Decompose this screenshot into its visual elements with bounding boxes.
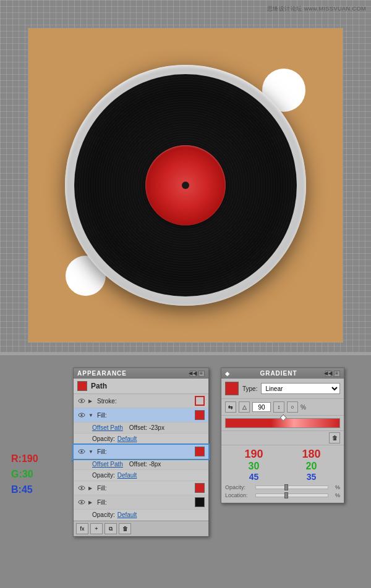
gradient-panel-controls: ◀◀ ≡ [325,371,340,377]
appearance-panel-header: APPEARANCE ◀◀ ≡ [74,368,208,379]
invert-btn[interactable]: ○ [287,401,298,413]
opacity-pct: % [331,484,340,490]
bottom-area: R:190 G:30 B:45 APPEARANCE ◀◀ ≡ Path ▶ S… [0,355,371,588]
svg-point-5 [81,451,83,453]
b-label: B:45 [11,484,33,495]
vinyl-label [145,145,226,225]
canvas-area: 思绛设计论坛 www.MISSVUAN.COM [0,0,371,352]
opacity-row-2: Opacity: Default [74,470,208,481]
location-slider-thumb[interactable] [284,492,288,498]
fill-arrow-2: ▼ [88,449,95,455]
gradient-angle-input[interactable] [252,402,271,412]
fill-swatch-2[interactable] [195,447,205,456]
gradient-options-btn[interactable]: △ [239,401,250,413]
fill-row-2[interactable]: ▼ Fill: [74,445,208,459]
fill-label-2[interactable]: Fill: [97,448,192,455]
panel-collapse-btn[interactable]: ◀◀ [190,371,196,377]
fill-eye-icon-1[interactable] [77,411,86,419]
fill-swatch-1[interactable] [195,410,205,420]
gradient-handle[interactable] [280,414,287,421]
opacity-label-2: Opacity: [92,472,115,479]
rgb-g-right: 20 [302,461,320,472]
fill-label-4[interactable]: Fill: [97,499,192,506]
stroke-label[interactable]: Stroke: [97,398,192,405]
gradient-menu-btn[interactable]: ≡ [334,371,340,377]
delete-button[interactable]: 🗑 [119,523,131,534]
stroke-row[interactable]: ▶ Stroke: [74,394,208,408]
gradient-title: GRADIENT [260,370,297,377]
fx-label: fx [80,526,84,532]
fill-eye-icon-2[interactable] [77,448,86,455]
opacity-label-3: Opacity: [92,511,115,518]
fill-row-1[interactable]: ▼ Fill: [74,408,208,422]
appearance-panel: APPEARANCE ◀◀ ≡ Path ▶ Stroke: ▼ [73,368,209,537]
gradient-trash-row: 🗑 [221,431,344,445]
rgb-g-left: 30 [244,461,263,472]
opacity-slider-thumb[interactable] [284,484,288,490]
opacity-value-1[interactable]: Default [117,435,137,442]
delete-stop-btn[interactable]: 🗑 [329,432,340,443]
fill-arrow-4: ▶ [88,500,95,505]
gradient-bar-container [221,416,344,431]
panel-toolbar: fx + ⧉ 🗑 [74,521,208,536]
fill-swatch-4[interactable] [195,497,205,507]
add-item-button[interactable]: + [90,523,103,534]
r-label: R:190 [11,453,38,464]
offset-value-1: Offset: -23px [129,424,164,431]
rgb-b-left: 45 [244,472,263,482]
vinyl-disc [74,74,297,296]
svg-point-1 [81,400,83,402]
opacity-label-1: Opacity: [92,435,115,442]
location-pct: % [331,492,340,498]
gradient-panel: ◆ GRADIENT ◀◀ ≡ Type: Linear ⇆ △ ↕ ○ % [221,368,344,503]
offset-value-2: Offset: -8px [129,461,161,468]
fill-eye-icon-3[interactable] [77,484,86,492]
location-slider-track[interactable] [255,494,328,497]
path-label: Path [91,382,107,390]
fill-row-4[interactable]: ▶ Fill: [74,495,208,510]
opacity-value-3[interactable]: Default [117,511,137,518]
opacity-slider-track[interactable] [255,485,328,489]
fill-swatch-3[interactable] [195,483,205,493]
panel-menu-btn[interactable]: ≡ [198,371,205,377]
gradient-collapse-btn[interactable]: ◀◀ [325,371,331,377]
path-title-row: Path [74,379,208,394]
offset-path-row-1[interactable]: Offset Path Offset: -23px [74,422,208,434]
opacity-slider-label: Opacity: [225,484,253,490]
duplicate-button[interactable]: ⧉ [104,523,117,534]
vinyl-hole [182,182,189,189]
opacity-slider-row: Opacity: % [225,484,340,490]
gradient-type-row: Type: Linear [221,379,344,399]
gradient-sliders: Opacity: % Location: % [221,483,344,503]
fill-label-1[interactable]: Fill: [97,412,192,419]
fill-eye-icon-4[interactable] [77,498,86,506]
gradient-rgb-row: 190 30 45 180 20 35 [221,445,344,483]
fx-button[interactable]: fx [76,523,88,534]
stroke-icon[interactable] [195,396,205,406]
rgb-r-right: 180 [302,448,320,461]
svg-point-9 [81,502,83,503]
offset-path-row-2[interactable]: Offset Path Offset: -8px [74,459,208,470]
offset-path-link-1[interactable]: Offset Path [92,424,123,431]
path-color-swatch [77,381,87,391]
opacity-row-1: Opacity: Default [74,434,208,445]
fill-row-3[interactable]: ▶ Fill: [74,481,208,495]
panel-header-controls: ◀◀ ≡ [190,371,205,377]
watermark: 思绛设计论坛 www.MISSVUAN.COM [267,5,366,13]
location-slider-row: Location: % [225,492,340,498]
stroke-eye-icon[interactable] [77,397,86,405]
gradient-preview-swatch [225,382,239,395]
gradient-controls-row: ⇆ △ ↕ ○ % [221,399,344,416]
appearance-title: APPEARANCE [77,370,127,377]
reverse-gradient-btn[interactable]: ⇆ [225,401,236,413]
gradient-bar[interactable] [225,418,340,428]
gradient-diamond-icon: ◆ [225,371,230,377]
angle-arrows-btn[interactable]: ↕ [273,401,284,413]
rgb-b-right: 35 [302,472,320,482]
gradient-type-select[interactable]: Linear [261,383,340,394]
fill-label-3[interactable]: Fill: [97,485,192,492]
offset-path-link-2[interactable]: Offset Path [92,461,123,468]
opacity-value-2[interactable]: Default [117,472,137,479]
gradient-percent: % [301,404,306,411]
stroke-arrow: ▶ [88,398,95,404]
